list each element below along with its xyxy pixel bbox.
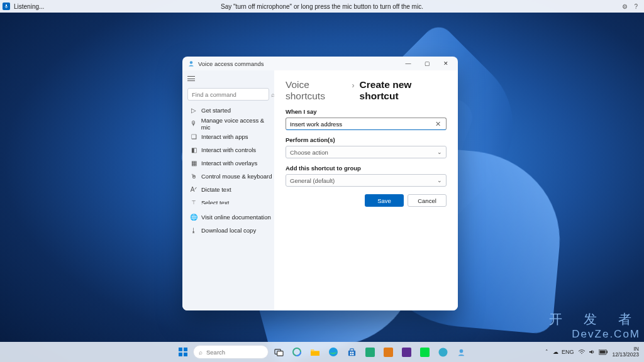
- app-icon: [187, 60, 195, 67]
- mouse-icon: 🖱: [189, 173, 199, 180]
- when-i-say-input[interactable]: [290, 121, 434, 128]
- download-icon: ⭳: [189, 227, 199, 234]
- main-panel: Voice shortcuts › Create new shortcut Wh…: [274, 70, 458, 310]
- help-icon[interactable]: ?: [634, 3, 638, 10]
- group-dropdown[interactable]: General (default) ⌄: [286, 174, 447, 187]
- mic-button[interactable]: [3, 3, 10, 10]
- search-icon: ⌕: [199, 349, 203, 356]
- network-sound-battery[interactable]: [578, 349, 608, 355]
- select-icon: ⌶: [189, 199, 199, 204]
- svg-rect-4: [184, 348, 187, 351]
- task-view-button[interactable]: [270, 344, 287, 360]
- voice-access-taskbar-icon[interactable]: [453, 344, 469, 360]
- pinned-app-2[interactable]: [380, 344, 396, 360]
- svg-rect-3: [179, 348, 182, 351]
- controls-icon: ◧: [189, 146, 199, 153]
- taskbar-clock[interactable]: IN 12/13/2023: [612, 346, 639, 358]
- watermark: 开 发 者 DevZe.CoM: [549, 310, 640, 341]
- nav-item-mic-gear[interactable]: 🎙Manage voice access & mic: [182, 117, 274, 130]
- when-i-say-field[interactable]: ✕: [286, 118, 447, 130]
- pinned-app-3[interactable]: [398, 344, 414, 360]
- mic-icon: [4, 4, 9, 9]
- pinned-app-1[interactable]: [362, 344, 378, 360]
- nav-item-label: Visit online documentation: [201, 214, 271, 221]
- pinned-app-4[interactable]: [416, 344, 433, 360]
- add-to-group-label: Add this shortcut to group: [286, 165, 447, 172]
- svg-rect-15: [350, 351, 351, 353]
- nav-item-select[interactable]: ⌶Select text: [182, 196, 274, 204]
- nav-item-dictate[interactable]: AᐟDictate text: [182, 183, 274, 196]
- language-indicator[interactable]: ENG: [562, 349, 574, 355]
- wifi-icon: [578, 349, 586, 355]
- nav-item-label: Interact with apps: [201, 133, 248, 140]
- battery-icon: [599, 349, 608, 355]
- overlays-icon: ▦: [189, 160, 199, 167]
- system-tray[interactable]: ☁ ENG: [553, 349, 574, 355]
- maximize-button[interactable]: ▢: [418, 57, 436, 70]
- svg-rect-17: [350, 353, 351, 354]
- nav-item-label: Control mouse & keyboard: [201, 173, 272, 180]
- choose-action-dropdown[interactable]: Choose action ⌄: [286, 146, 447, 158]
- nav-item-download[interactable]: ⭳Download local copy: [182, 224, 274, 237]
- onedrive-icon[interactable]: ☁: [553, 349, 558, 355]
- settings-icon[interactable]: ⚙: [622, 3, 628, 10]
- taskbar-search-placeholder: Search: [206, 349, 225, 356]
- save-button[interactable]: Save: [365, 194, 404, 207]
- nav-item-overlays[interactable]: ▦Interact with overlays: [182, 156, 274, 170]
- voice-access-commands-window: Voice access commands — ▢ ✕ ⌕ ▷Get start…: [182, 57, 458, 310]
- tray-chevron-icon[interactable]: ˄: [545, 349, 548, 355]
- when-i-say-label: When I say: [286, 108, 447, 115]
- breadcrumb-parent[interactable]: Voice shortcuts: [286, 79, 347, 102]
- nav-item-mouse[interactable]: 🖱Control mouse & keyboard: [182, 170, 274, 183]
- nav-item-apps[interactable]: ❑Interact with apps: [182, 130, 274, 143]
- explorer-button[interactable]: [307, 344, 323, 360]
- group-value: General (default): [290, 177, 437, 184]
- copilot-button[interactable]: [289, 344, 305, 360]
- hamburger-button[interactable]: [187, 73, 201, 84]
- nav-item-label: Manage voice access & mic: [201, 117, 274, 131]
- search-input[interactable]: [192, 91, 271, 98]
- chevron-down-icon: ⌄: [437, 177, 442, 184]
- nav-item-globe[interactable]: 🌐Visit online documentation: [182, 211, 274, 224]
- breadcrumb-current: Create new shortcut: [360, 79, 447, 102]
- minimize-button[interactable]: —: [399, 57, 418, 70]
- globe-icon: 🌐: [189, 214, 199, 221]
- clear-icon[interactable]: ✕: [434, 120, 442, 128]
- apps-icon: ❑: [189, 133, 199, 140]
- voice-access-bar: Listening... Say "turn off microphone" o…: [0, 0, 644, 13]
- cancel-button[interactable]: Cancel: [408, 194, 447, 207]
- taskbar-search[interactable]: ⌕ Search: [193, 345, 269, 359]
- play-icon: ▷: [189, 107, 199, 114]
- close-button[interactable]: ✕: [436, 57, 455, 70]
- voice-hint: Say "turn off microphone" or long press …: [221, 3, 423, 10]
- nav-item-controls[interactable]: ◧Interact with controls: [182, 143, 274, 156]
- nav-item-label: Interact with overlays: [201, 160, 257, 167]
- nav-item-label: Interact with controls: [201, 146, 256, 153]
- svg-rect-27: [600, 350, 606, 353]
- start-button[interactable]: [175, 344, 191, 360]
- taskbar: ⌕ Search ˄ ☁ ENG IN 12/13/2023: [0, 342, 644, 362]
- svg-rect-21: [402, 348, 411, 357]
- pinned-app-5[interactable]: [435, 344, 451, 360]
- edge-button[interactable]: [325, 344, 341, 360]
- svg-point-2: [190, 61, 193, 64]
- svg-rect-5: [179, 353, 182, 356]
- svg-point-24: [459, 349, 463, 353]
- taskbar-date: 12/13/2023: [612, 352, 639, 358]
- svg-rect-16: [352, 351, 353, 353]
- store-button[interactable]: [343, 344, 360, 360]
- sidebar: ⌕ ▷Get started🎙Manage voice access & mic…: [182, 70, 274, 310]
- svg-rect-22: [420, 348, 430, 357]
- window-title: Voice access commands: [198, 60, 264, 67]
- nav-item-play[interactable]: ▷Get started: [182, 104, 274, 117]
- mic-gear-icon: 🎙: [189, 120, 199, 127]
- breadcrumb: Voice shortcuts › Create new shortcut: [286, 79, 447, 102]
- svg-rect-18: [352, 353, 353, 354]
- nav-item-label: Select text: [201, 199, 229, 204]
- titlebar[interactable]: Voice access commands — ▢ ✕: [182, 57, 458, 70]
- voice-status: Listening...: [14, 3, 44, 10]
- svg-rect-26: [607, 351, 608, 353]
- svg-rect-8: [277, 351, 282, 356]
- svg-rect-11: [311, 351, 319, 356]
- command-search[interactable]: ⌕: [187, 88, 269, 101]
